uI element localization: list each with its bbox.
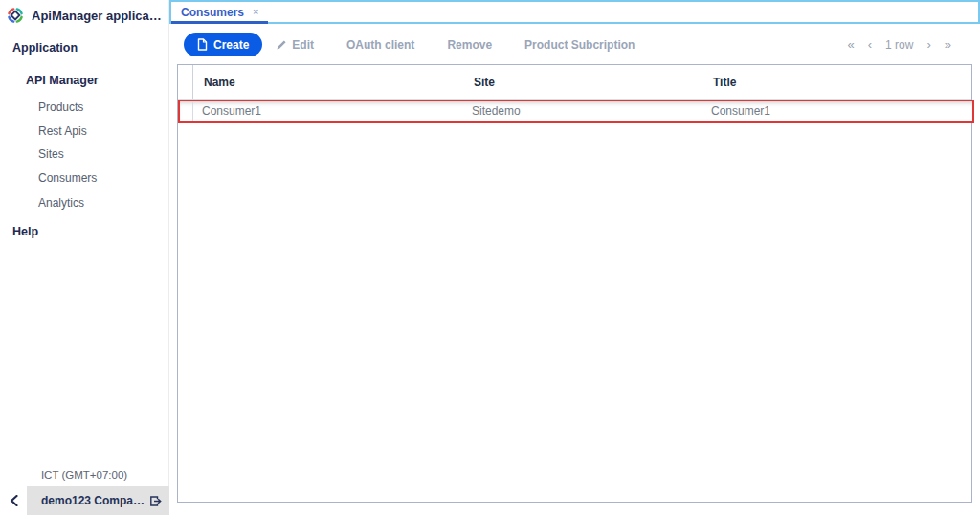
product-subscription-button[interactable]: Product Subcription (524, 38, 635, 52)
oauth-client-button-label: OAuth client (346, 38, 414, 52)
sidebar-section-application[interactable]: Application (12, 41, 78, 55)
sidebar-section-help[interactable]: Help (12, 225, 38, 238)
column-header-site[interactable]: Site (463, 65, 702, 99)
create-button-label: Create (213, 38, 249, 52)
sidebar-item-rest-apis[interactable]: Rest Apis (38, 124, 87, 138)
app-title: ApiManager applicati… (32, 9, 163, 23)
toolbar: Create Edit OAuth client Remove Product … (169, 24, 980, 65)
timezone-label: ICT (GMT+07:00) (0, 469, 168, 481)
operator-menu[interactable]: demo123 Compa… (27, 486, 169, 515)
tab-consumers-label: Consumers (181, 6, 244, 19)
main-area: Consumers × Create Edit (169, 0, 980, 515)
last-page-icon[interactable]: » (945, 37, 951, 52)
consumers-table: Name Site Title Consumer1 Sitedemo Consu… (177, 64, 972, 503)
cell-title: Consumer1 (701, 101, 972, 121)
sidebar-group-api-manager[interactable]: API Manager (26, 74, 99, 87)
edit-button[interactable]: Edit (276, 38, 314, 52)
sidebar-item-products[interactable]: Products (38, 101, 83, 114)
row-count-label: 1 row (885, 38, 913, 52)
tab-close-icon[interactable]: × (253, 7, 258, 17)
prev-page-icon[interactable]: ‹ (868, 37, 872, 52)
sidebar-collapse-button[interactable] (0, 486, 27, 515)
sidebar-item-consumers[interactable]: Consumers (38, 171, 97, 185)
create-button[interactable]: Create (184, 33, 262, 56)
sidebar-item-sites[interactable]: Sites (38, 147, 64, 161)
product-subscription-button-label: Product Subcription (524, 38, 635, 52)
next-page-icon[interactable]: › (926, 37, 930, 52)
cell-name: Consumer1 (193, 101, 461, 121)
chevron-left-icon (10, 495, 18, 506)
tab-consumers[interactable]: Consumers × (171, 2, 268, 22)
app-header[interactable]: ApiManager applicati… (0, 0, 168, 31)
column-header-name[interactable]: Name (193, 65, 463, 99)
app-logo-icon (6, 6, 25, 25)
pagination: « ‹ 1 row › » (848, 37, 952, 52)
column-header-title[interactable]: Title (702, 65, 971, 99)
table-header-row: Name Site Title (178, 65, 971, 100)
oauth-client-button[interactable]: OAuth client (346, 38, 414, 52)
table-row-consumer1[interactable]: Consumer1 Sitedemo Consumer1 (178, 100, 974, 123)
row-selector-cell (180, 101, 193, 121)
sidebar-item-analytics[interactable]: Analytics (38, 196, 84, 210)
cell-site: Sitedemo (461, 101, 701, 121)
row-selector-column-header (178, 65, 193, 99)
edit-button-label: Edit (292, 38, 314, 52)
pencil-icon (276, 39, 287, 51)
logout-icon[interactable] (149, 495, 162, 507)
sidebar: ApiManager applicati… Application API Ma… (0, 0, 169, 515)
toolbar-disabled-actions: Edit OAuth client Remove Product Subcrip… (276, 38, 635, 52)
sidebar-footer: demo123 Compa… (0, 486, 169, 515)
remove-button[interactable]: Remove (447, 38, 492, 52)
tab-bar: Consumers × (169, 0, 980, 24)
company-label: demo123 Compa… (36, 494, 149, 507)
first-page-icon[interactable]: « (848, 37, 855, 52)
document-icon (197, 38, 208, 51)
remove-button-label: Remove (447, 38, 492, 52)
